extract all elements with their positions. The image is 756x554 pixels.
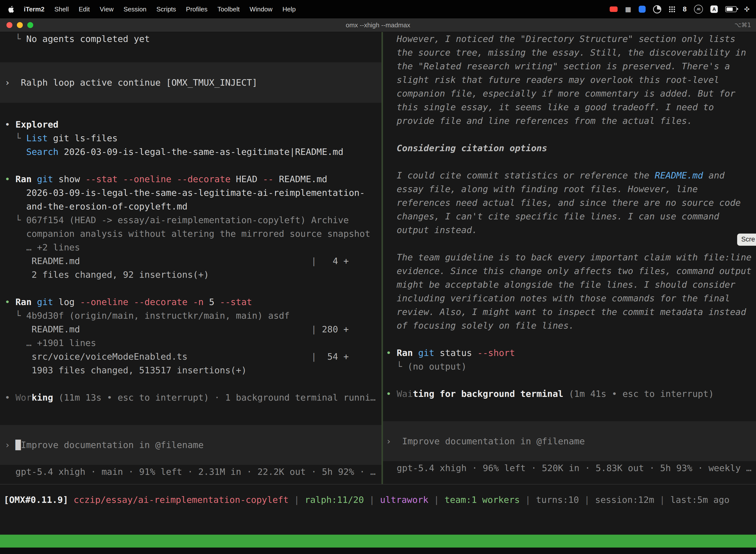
terminal-line: essay file, along with finding root file… (383, 182, 756, 196)
text-segment: Considering citation options (386, 143, 547, 153)
text-segment: The team guideline is to back every impo… (386, 252, 752, 262)
input-source-icon[interactable]: A (710, 5, 718, 13)
text-segment: ultrawork (380, 495, 428, 505)
terminal-line (0, 404, 381, 418)
prompt-input[interactable]: › █Improve documentation in @filename (0, 425, 381, 465)
text-segment: log (59, 297, 80, 307)
terminal-line: [OMX#0.11.9] cczip/essay/ai-reimplementa… (0, 493, 756, 507)
titlebar[interactable]: omx --xhigh --madmax ⌥⌘1 (0, 18, 756, 32)
text-segment: | (311, 351, 316, 362)
text-segment: show (59, 174, 85, 184)
terminal-line: • Ran git show --stat --oneline --decora… (0, 172, 381, 186)
menu-item-scripts[interactable]: Scripts (156, 5, 176, 13)
pane-right[interactable]: However, I noticed the "Directory Struct… (383, 32, 756, 484)
menubar: iTerm2ShellEditViewSessionScriptsProfile… (0, 0, 756, 18)
terminal-line: gpt-5.4 xhigh · 96% left · 520K in · 5.8… (383, 461, 756, 475)
app-8-icon[interactable]: 8 (683, 5, 687, 13)
terminal-line: slight risk that future readers may over… (383, 73, 756, 87)
terminal-line: … +2 lines (0, 240, 381, 254)
terminal-line: evidence. Since this change only affects… (383, 264, 756, 278)
text-segment: • (5, 174, 15, 184)
text-segment: › (5, 440, 15, 450)
prompt-input[interactable]: › Improve documentation in @filename (383, 421, 756, 461)
text-segment: the "Related research writing" section i… (386, 61, 730, 71)
terminal-line: provide file and line references from th… (383, 114, 756, 127)
pane-left[interactable]: └ No agents completed yet› Ralph loop ac… (0, 32, 381, 484)
battery-percent-icon[interactable]: .61 (694, 5, 703, 14)
menu-item-session[interactable]: Session (124, 5, 146, 13)
menu-items: iTerm2ShellEditViewSessionScriptsProfile… (0, 5, 296, 13)
text-segment: gpt-5.4 xhigh · 96% left · 520K in · 5.8… (386, 463, 752, 473)
text-segment: | (311, 324, 316, 334)
terminal-line: README.md | 280 + (0, 322, 381, 336)
text-segment: 1903 files changed, 513517 insertions(+) (5, 365, 247, 375)
menu-item-help[interactable]: Help (282, 5, 296, 13)
text-segment: └ (5, 311, 26, 321)
terminal-line (0, 46, 381, 59)
text-segment: team:1 workers (444, 495, 520, 505)
text-segment: • (5, 392, 15, 403)
terminal-line: The team guideline is to back every impo… (383, 251, 756, 264)
text-segment: changes, I can't cite specific file line… (386, 211, 719, 221)
omx-status-line: [OMX#0.11.9] cczip/essay/ai-reimplementa… (0, 493, 756, 507)
text-segment: … +1901 lines (5, 338, 96, 348)
menu-item-profiles[interactable]: Profiles (186, 5, 208, 13)
window-grid-icon[interactable]: ▦ (625, 5, 631, 13)
text-segment: Ralph loop active continue [OMX_TMUX_INJ… (21, 77, 257, 88)
menu-item-toolbelt[interactable]: Toolbelt (217, 5, 240, 13)
menu-item-shell[interactable]: Shell (54, 5, 69, 13)
text-cursor: █ (15, 440, 21, 450)
terminal-line: references need actual files, and since … (383, 196, 756, 210)
terminal: └ No agents completed yet› Ralph loop ac… (0, 32, 756, 484)
text-segment: might be acceptable alongside the file l… (386, 279, 736, 290)
terminal-line (0, 281, 381, 295)
terminal-line: • Ran git log --oneline --decorate -n 5 … (0, 295, 381, 309)
menu-item-window[interactable]: Window (250, 5, 272, 13)
terminal-line: the source tree, missing the essay. Stil… (383, 46, 756, 59)
text-segment: cczip/essay/ai-reimplementation-copyleft (74, 495, 289, 505)
terminal-line: … +1901 lines (0, 336, 381, 350)
battery-icon[interactable] (725, 6, 737, 12)
menu-item-view[interactable]: View (100, 5, 114, 13)
terminal-line (383, 237, 756, 251)
text-segment: | (311, 256, 316, 266)
text-segment: 2026-03-09-is-legal-the-same-as-legitima… (59, 147, 343, 157)
app-blue-icon[interactable] (639, 6, 646, 13)
text-segment: └ (5, 34, 26, 44)
screen-recording-indicator[interactable] (610, 6, 618, 12)
text-segment: 4b9d30f (origin/main, instructkr/main, m… (26, 311, 290, 321)
terminal-line: and-the-erosion-of-copyleft.md (0, 200, 381, 213)
inject-banner: › Ralph loop active continue [OMX_TMUX_I… (0, 62, 381, 103)
screen: iTerm2ShellEditViewSessionScriptsProfile… (0, 0, 756, 554)
terminal-line: output instead. (383, 223, 756, 237)
dots-grid-icon[interactable] (669, 6, 675, 13)
menu-item-edit[interactable]: Edit (79, 5, 90, 13)
terminal-line (383, 373, 756, 387)
text-segment: 2 files changed, 92 insertions(+) (5, 270, 209, 280)
text-segment: turns:10 (536, 495, 579, 505)
prompt-input-text: › Improve documentation in @filename (383, 434, 756, 448)
text-segment: Explored (15, 119, 58, 129)
text-segment: companion analysis without altering the … (5, 229, 370, 239)
menu-item-iterm2[interactable]: iTerm2 (24, 5, 44, 13)
text-segment: git (37, 174, 59, 184)
text-segment: (11m 13s • esc to interrupt) · 1 backgro… (59, 392, 376, 403)
terminal-line: including verification notes with those … (383, 291, 756, 305)
text-segment: Wor (15, 392, 32, 403)
text-segment: | (654, 495, 671, 505)
text-segment: last:5m ago (671, 495, 730, 505)
text-segment: ralph:11/20 (305, 495, 364, 505)
text-segment: including verification notes with those … (386, 293, 730, 303)
menu-items-list: iTerm2ShellEditViewSessionScriptsProfile… (24, 5, 296, 13)
text-segment: references need actual files, and since … (386, 198, 741, 208)
text-segment: • (386, 389, 397, 399)
text-segment: HEAD (236, 174, 263, 184)
fan-icon[interactable]: ✣ (744, 5, 750, 13)
text-segment: README.md (5, 256, 311, 266)
text-segment: --stat --oneline --decorate (85, 174, 236, 184)
text-segment: 280 + (316, 324, 349, 334)
terminal-line: I could cite commit statistics or refere… (383, 169, 756, 182)
text-segment: └ (386, 362, 407, 372)
apple-menu-icon[interactable] (8, 6, 14, 13)
clock-icon[interactable] (653, 5, 661, 13)
